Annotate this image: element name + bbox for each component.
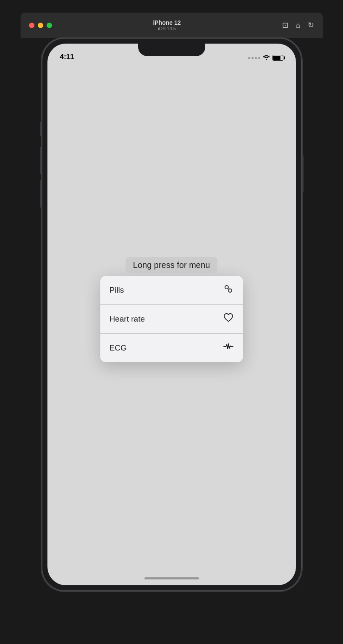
menu-item-pills-label: Pills — [110, 286, 124, 295]
home-icon[interactable]: ⌂ — [296, 21, 301, 30]
menu-item-pills[interactable]: Pills — [100, 276, 243, 305]
wifi-icon — [263, 55, 270, 61]
heart-icon — [223, 312, 234, 326]
signal-dot-2 — [251, 57, 254, 59]
battery-fill — [273, 56, 281, 60]
window-controls — [29, 23, 52, 28]
menu-item-heart-rate-label: Heart rate — [110, 314, 145, 324]
maximize-dot[interactable] — [47, 23, 52, 28]
phone-screen: 4:11 — [47, 44, 296, 585]
iphone-frame: 4:11 — [42, 38, 302, 591]
rotate-icon[interactable]: ↻ — [308, 21, 314, 30]
title-bar-center: iPhone 12 iOS 14.5 — [153, 19, 181, 31]
power-button[interactable] — [302, 155, 304, 193]
signal-dot-3 — [255, 57, 257, 59]
status-right — [248, 55, 283, 61]
notch — [138, 44, 205, 56]
mute-button[interactable] — [40, 122, 42, 136]
menu-item-heart-rate[interactable]: Heart rate — [100, 305, 243, 334]
menu-item-ecg-label: ECG — [110, 343, 127, 353]
device-os: iOS 14.5 — [158, 26, 176, 31]
screen-content: Long press for menu Pills — [47, 65, 296, 571]
volume-down-button[interactable] — [40, 180, 42, 208]
signal-indicator — [248, 57, 260, 59]
minimize-dot[interactable] — [38, 23, 43, 28]
signal-dot-4 — [258, 57, 260, 59]
signal-dot-1 — [248, 57, 250, 59]
volume-up-button[interactable] — [40, 147, 42, 174]
battery-icon — [272, 55, 283, 61]
title-bar: iPhone 12 iOS 14.5 ⊡ ⌂ ↻ — [21, 13, 323, 38]
device-name: iPhone 12 — [153, 19, 181, 26]
title-bar-actions: ⊡ ⌂ ↻ — [282, 21, 314, 30]
home-bar — [144, 577, 199, 579]
long-press-hint: Long press for menu — [126, 257, 217, 273]
screenshot-icon[interactable]: ⊡ — [282, 21, 288, 30]
pills-icon — [223, 283, 234, 297]
context-menu: Pills Heart rate — [100, 276, 243, 362]
home-indicator — [47, 571, 296, 585]
close-dot[interactable] — [29, 23, 34, 28]
status-time: 4:11 — [60, 53, 74, 61]
menu-item-ecg[interactable]: ECG — [100, 334, 243, 362]
ecg-icon — [223, 341, 234, 355]
